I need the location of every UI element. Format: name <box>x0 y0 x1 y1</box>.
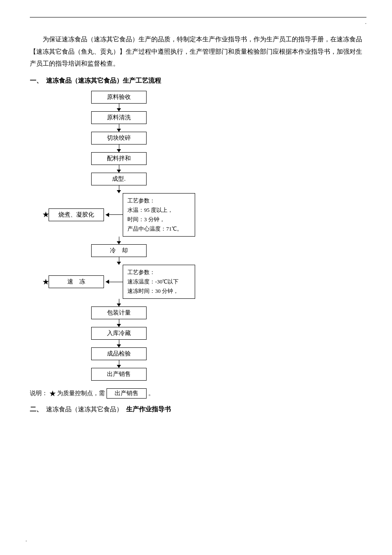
param1-title: 工艺参数： <box>127 196 190 205</box>
arrow-11 <box>119 360 119 368</box>
star-sudong: ★ <box>43 278 49 286</box>
step-lengjue: 冷 却 <box>91 244 147 257</box>
param1-line1: 水温：95 度以上， <box>127 205 190 215</box>
param2-line2: 速冻时间：30 分钟， <box>127 286 190 296</box>
step-yuanliao-qingxi: 原料清洗 <box>91 111 147 124</box>
section2-num: 二、 <box>30 405 43 413</box>
arrow-1 <box>119 104 119 111</box>
arrow-2 <box>119 124 119 132</box>
param1-line2: 时间：3 分钟， <box>127 215 190 224</box>
intro-paragraph: 为保证速冻食品（速冻其它食品）生产的品质，特制定本生产作业指导书，作为生产员工的… <box>30 33 366 70</box>
arrow-8 <box>119 299 119 306</box>
step-baozhuang-jiliang: 包装计量 <box>91 306 147 319</box>
section2-title: 二、 速冻食品（速冻其它食品）生产作业指导书 <box>30 405 366 413</box>
arrow-10 <box>119 340 119 347</box>
top-divider <box>30 17 366 17</box>
param1-arrow-container: 工艺参数： 水温：95 度以上， 时间：3 分钟， 产品中心温度：71℃。 <box>106 193 195 237</box>
top-dot: . <box>30 19 366 26</box>
step-yuanliao-yanshou: 原料验收 <box>91 91 147 104</box>
section1-label: 速冻食品（速冻其它食品）生产工艺流程 <box>46 77 161 85</box>
param2-arrow-container: 工艺参数： 速冻温度：-30℃以下 速冻时间：30 分钟， <box>106 265 195 299</box>
flowchart-main: 原料验收 原料清洗 切块绞碎 配料拌和 成型. ★ 烧煮、凝胶化 工艺参数： 水… <box>43 91 195 381</box>
param2-box: 工艺参数： 速冻温度：-30℃以下 速冻时间：30 分钟， <box>123 265 195 299</box>
step-peiliao-banhe: 配料拌和 <box>91 152 147 165</box>
note-section: 说明： ★ 为质量控制点，需 出产销售 。 <box>30 388 366 399</box>
flowchart-container: 原料验收 原料清洗 切块绞碎 配料拌和 成型. ★ 烧煮、凝胶化 工艺参数： 水… <box>43 91 366 381</box>
param2-title: 工艺参数： <box>127 268 190 277</box>
step-sudong-row: ★ 速 冻 工艺参数： 速冻温度：-30℃以下 速冻时间：30 分钟， <box>43 265 195 299</box>
param1-box: 工艺参数： 水温：95 度以上， 时间：3 分钟， 产品中心温度：71℃。 <box>123 193 195 237</box>
arrow-3 <box>119 145 119 152</box>
step-chengpin-jianyan: 成品检验 <box>91 347 147 360</box>
note-box-inline: 出产销售 <box>107 388 147 399</box>
note-desc: 为质量控制点，需 <box>57 390 105 397</box>
star-shaozhu: ★ <box>43 211 49 219</box>
bottom-dot: . <box>26 537 27 543</box>
step-shaozhu-row: ★ 烧煮、凝胶化 工艺参数： 水温：95 度以上， 时间：3 分钟， 产品中心温… <box>43 193 195 237</box>
step-chengxing: 成型. <box>91 173 147 185</box>
section1-title: 一、 速冻食品（速冻其它食品）生产工艺流程 <box>30 77 366 85</box>
arrow-7 <box>119 257 119 265</box>
arrow-4 <box>119 165 119 173</box>
note-end: 。 <box>148 390 154 397</box>
section1-num: 一、 <box>30 77 43 85</box>
param1-line3: 产品中心温度：71℃。 <box>127 224 190 234</box>
step-chuchan-xiaoshou: 出产销售 <box>91 368 147 381</box>
arrow-6 <box>119 237 119 244</box>
note-star: ★ <box>49 390 55 398</box>
param2-line1: 速冻温度：-30℃以下 <box>127 277 190 286</box>
step-ruku-lengcang: 入库冷藏 <box>91 327 147 340</box>
section2-label-start: 速冻食品（速冻其它食品） <box>46 405 123 413</box>
arrow-9 <box>119 319 119 327</box>
note-text: 说明： <box>30 390 48 397</box>
arrow-5 <box>119 185 119 193</box>
step-sudong: 速 冻 <box>49 275 104 288</box>
step-qiekuai-jiaosui: 切块绞碎 <box>91 132 147 145</box>
section2-label-bold: 生产作业指导书 <box>126 405 171 413</box>
param2-arrow <box>106 282 123 282</box>
step-shaozhu-ningjiao: 烧煮、凝胶化 <box>49 208 104 221</box>
param1-arrow <box>106 214 123 215</box>
